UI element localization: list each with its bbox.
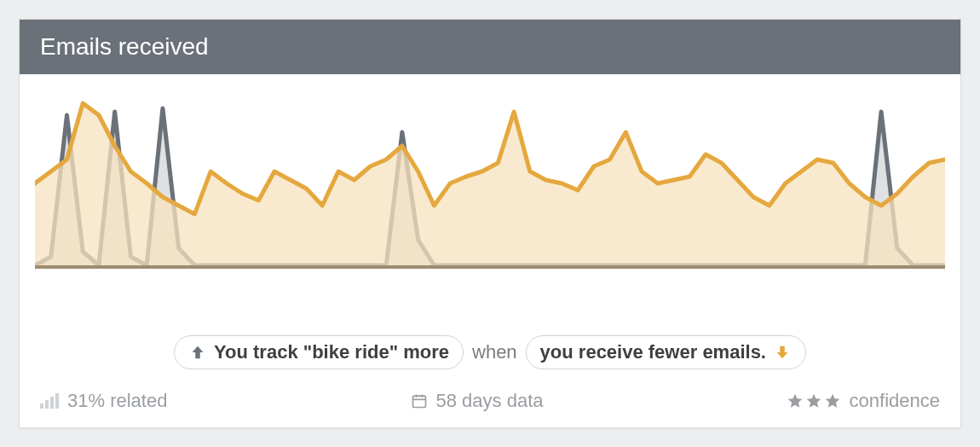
related-text: 31% related — [67, 390, 167, 412]
star-icon — [805, 392, 822, 409]
calendar-icon — [411, 392, 428, 409]
arrow-up-icon — [188, 343, 207, 362]
right-pill[interactable]: you receive fewer emails. — [526, 335, 806, 369]
confidence-stars — [787, 392, 841, 409]
insight-card: Emails received You track "bike ride" mo… — [19, 19, 961, 428]
when-text: when — [472, 341, 517, 363]
left-pill[interactable]: You track "bike ride" more — [174, 335, 464, 369]
related-meta: 31% related — [40, 390, 167, 412]
days-meta: 58 days data — [411, 390, 544, 412]
left-pill-text: You track "bike ride" more — [214, 341, 449, 363]
svg-rect-0 — [412, 396, 425, 407]
card-title: Emails received — [20, 20, 960, 74]
arrow-down-icon — [773, 343, 792, 362]
confidence-text: confidence — [850, 390, 940, 412]
star-icon — [787, 392, 804, 409]
star-icon — [824, 392, 841, 409]
confidence-meta: confidence — [787, 390, 940, 412]
bars-icon — [40, 393, 59, 409]
meta-row: 31% related 58 days data confidence — [20, 385, 960, 427]
correlation-statement: You track "bike ride" more when you rece… — [20, 318, 960, 385]
days-text: 58 days data — [436, 390, 544, 412]
right-pill-text: you receive fewer emails. — [540, 341, 766, 363]
correlation-chart — [35, 90, 945, 269]
chart-area — [20, 74, 960, 318]
